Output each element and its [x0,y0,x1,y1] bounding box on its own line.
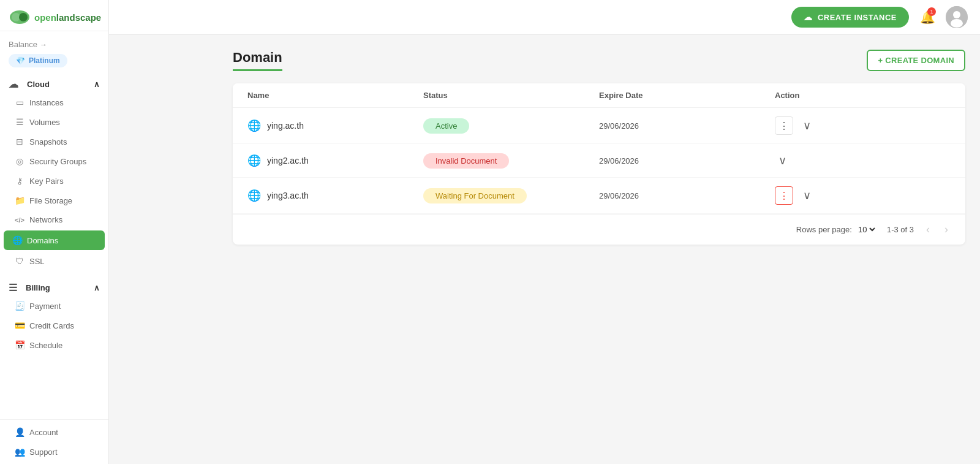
table-row: 🌐 ying.ac.th Active 29/06/2026 ⋮ ∨ [233,108,965,144]
col-action: Action [775,91,951,100]
action-cell-2: ∨ [775,153,951,169]
create-instance-button[interactable]: ☁ CREATE INSTANCE [791,7,909,28]
balance-arrow: → [40,40,47,49]
create-instance-label: CREATE INSTANCE [818,13,897,22]
platinum-badge: 💎 Platinum [9,54,67,67]
networks-icon: </> [15,216,24,224]
schedule-icon: 📅 [15,340,24,350]
domains-label: Domains [27,236,58,245]
create-domain-button[interactable]: + CREATE DOMAIN [867,50,965,71]
table-header: Name Status Expire Date Action [233,83,965,108]
col-status: Status [423,91,599,100]
create-instance-cloud-icon: ☁ [804,12,813,22]
expand-button-3[interactable]: ∨ [799,188,815,203]
rows-per-page-label: Rows per page: [796,225,852,234]
status-cell-3: Waiting For Document [423,188,599,203]
domains-icon: 🌐 [12,235,22,245]
table-row: 🌐 ying3.ac.th Waiting For Document 29/06… [233,178,965,214]
table-row: 🌐 ying2.ac.th Invalid Document 29/06/202… [233,144,965,178]
billing-icon: ☰ [9,282,17,294]
cloud-section-label: Cloud [27,80,50,89]
col-expire: Expire Date [599,91,775,100]
balance-label: Balance [9,40,37,49]
file-storage-label: File Storage [29,196,72,205]
volumes-icon: ☰ [15,117,24,127]
notification-badge: 1 [927,7,936,16]
volumes-label: Volumes [29,118,60,127]
domain-name-3: 🌐 ying3.ac.th [247,189,423,202]
svg-point-4 [953,11,960,18]
sidebar-item-file-storage[interactable]: 📁 File Storage [0,191,108,210]
sidebar-item-schedule[interactable]: 📅 Schedule [0,335,108,355]
col-name: Name [247,91,423,100]
domain-name-text-2: ying2.ac.th [267,156,309,165]
cloud-section-header[interactable]: ☁ Cloud ∧ [0,74,108,93]
user-avatar-button[interactable] [946,6,968,28]
cloud-icon: ☁ [9,78,18,90]
balance-link[interactable]: Balance → [0,36,108,51]
sidebar-item-payment[interactable]: 🧾 Payment [0,296,108,316]
key-pairs-icon: ⚷ [15,176,24,186]
billing-section-header[interactable]: ☰ Billing ∧ [0,277,108,296]
logo-text: openlandscape [34,12,101,23]
instances-label: Instances [29,98,64,107]
action-cell-3: ⋮ ∨ [775,186,951,205]
main-content: Domain + CREATE DOMAIN Name Status Expir… [218,35,980,464]
sidebar-item-key-pairs[interactable]: ⚷ Key Pairs [0,171,108,191]
sidebar-item-credit-cards[interactable]: 💳 Credit Cards [0,316,108,335]
instances-icon: ▭ [15,97,24,107]
sidebar-item-account[interactable]: 👤 Account [0,422,108,442]
status-badge-3: Waiting For Document [423,188,527,203]
sidebar-item-volumes[interactable]: ☰ Volumes [0,112,108,132]
support-label: Support [29,447,58,457]
ssl-label: SSL [29,257,45,266]
billing-section-label: Billing [26,283,50,292]
ssl-icon: 🛡 [15,256,24,266]
globe-icon-2: 🌐 [247,154,261,167]
sidebar: openlandscape Balance → 💎 Platinum ☁ Clo… [0,0,109,464]
security-groups-icon: ◎ [15,156,24,166]
prev-page-button[interactable]: ‹ [924,222,932,237]
status-badge-1: Active [423,118,469,134]
sidebar-item-snapshots[interactable]: ⊟ Snapshots [0,132,108,151]
three-dot-button-3[interactable]: ⋮ [775,186,793,205]
page-title: Domain [233,50,282,71]
sidebar-bottom: 👤 Account 👥 Support [0,419,108,464]
svg-point-2 [19,13,28,21]
expand-button-1[interactable]: ∨ [799,118,815,134]
networks-label: Networks [29,215,62,224]
expire-date-1: 29/06/2026 [599,121,775,131]
rows-per-page-select[interactable]: 10 25 50 [856,224,877,235]
file-storage-icon: 📁 [15,196,24,205]
sidebar-item-networks[interactable]: </> Networks [0,210,108,229]
schedule-label: Schedule [29,341,62,350]
action-cell-1: ⋮ ∨ [775,116,951,135]
sidebar-item-instances[interactable]: ▭ Instances [0,93,108,112]
notification-button[interactable]: 🔔 1 [916,6,938,28]
three-dot-button-1[interactable]: ⋮ [775,116,793,135]
domain-name-text-3: ying3.ac.th [267,191,309,200]
domain-name-2: 🌐 ying2.ac.th [247,154,423,167]
sidebar-item-domains[interactable]: 🌐 Domains [4,230,105,250]
payment-label: Payment [29,302,61,311]
svg-point-1 [12,13,20,21]
domain-name-1: 🌐 ying.ac.th [247,119,423,132]
billing-chevron-icon: ∧ [94,283,100,292]
snapshots-icon: ⊟ [15,137,24,146]
logo: openlandscape [0,0,108,31]
sidebar-item-support[interactable]: 👥 Support [0,442,108,462]
account-label: Account [29,428,58,437]
next-page-button[interactable]: › [942,222,951,237]
status-badge-2: Invalid Document [423,153,509,169]
expand-button-2[interactable]: ∨ [775,153,790,169]
key-pairs-label: Key Pairs [29,177,64,186]
platinum-icon: 💎 [16,56,25,65]
account-icon: 👤 [15,427,24,437]
domain-name-text-1: ying.ac.th [267,121,304,131]
security-groups-label: Security Groups [29,157,86,166]
sidebar-item-security-groups[interactable]: ◎ Security Groups [0,151,108,171]
globe-icon-3: 🌐 [247,189,261,202]
sidebar-item-ssl[interactable]: 🛡 SSL [0,251,108,271]
status-cell-2: Invalid Document [423,153,599,169]
logo-icon [9,10,31,25]
